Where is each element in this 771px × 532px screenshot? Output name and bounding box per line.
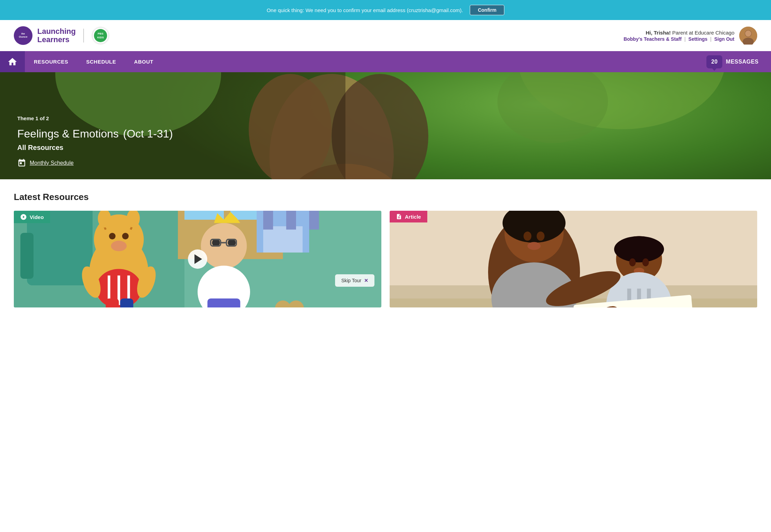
header: the Ounce Launching Learners PBS KIDS Hi… bbox=[0, 20, 771, 51]
brand-name: Launching Learners bbox=[37, 27, 76, 44]
nav-resources[interactable]: RESOURCES bbox=[25, 51, 77, 72]
video-play-button[interactable] bbox=[188, 249, 207, 269]
svg-rect-56 bbox=[286, 211, 296, 230]
article-badge: Article bbox=[390, 211, 427, 222]
svg-point-70 bbox=[629, 258, 636, 266]
svg-rect-57 bbox=[309, 211, 319, 230]
avatar bbox=[739, 27, 757, 45]
messages-button[interactable]: 20 MESSAGES bbox=[706, 55, 759, 68]
svg-point-65 bbox=[537, 231, 545, 241]
nav-about[interactable]: ABOUT bbox=[125, 51, 162, 72]
logo-area: the Ounce Launching Learners PBS KIDS bbox=[14, 26, 110, 45]
hero-date-range: (Oct 1-31) bbox=[123, 127, 173, 140]
calendar-icon bbox=[17, 159, 26, 168]
nav-items: RESOURCES SCHEDULE ABOUT bbox=[25, 51, 162, 72]
latest-resources-title: Latest Resources bbox=[14, 192, 757, 202]
hero-content: Theme 1 of 2 Feelings & Emotions (Oct 1-… bbox=[0, 105, 771, 179]
skip-tour-button[interactable]: ✕ bbox=[364, 278, 368, 283]
svg-rect-49 bbox=[208, 298, 240, 307]
nav-left: RESOURCES SCHEDULE ABOUT bbox=[0, 51, 162, 72]
svg-point-31 bbox=[111, 241, 127, 251]
svg-rect-55 bbox=[263, 211, 273, 230]
hero-title: Feelings & Emotions (Oct 1-31) bbox=[17, 123, 754, 141]
skip-tour-overlay: Skip Tour ✕ bbox=[335, 274, 374, 287]
ounce-logo: the Ounce bbox=[14, 26, 32, 45]
home-nav-button[interactable] bbox=[0, 51, 25, 72]
svg-rect-23 bbox=[20, 233, 34, 279]
video-card[interactable]: Video bbox=[14, 211, 381, 307]
svg-point-64 bbox=[524, 231, 532, 241]
settings-link[interactable]: Settings bbox=[688, 36, 707, 42]
svg-point-69 bbox=[614, 236, 664, 263]
video-badge-label: Video bbox=[30, 214, 44, 220]
nav-bar: RESOURCES SCHEDULE ABOUT 20 MESSAGES bbox=[0, 51, 771, 72]
message-count-bubble: 20 bbox=[706, 55, 722, 68]
link-separator-1: | bbox=[684, 36, 686, 42]
svg-point-71 bbox=[642, 258, 649, 266]
svg-point-42 bbox=[201, 223, 247, 269]
nav-schedule[interactable]: SCHEDULE bbox=[77, 51, 125, 72]
svg-point-4 bbox=[94, 29, 107, 42]
user-greeting: Hi, Trisha! Parent at Educare Chicago Bo… bbox=[624, 30, 734, 42]
svg-text:KIDS: KIDS bbox=[97, 36, 104, 39]
hero-subtitle: All Resources bbox=[17, 144, 754, 152]
link-separator-2: | bbox=[710, 36, 712, 42]
messages-label: MESSAGES bbox=[726, 59, 759, 65]
svg-point-30 bbox=[122, 233, 129, 239]
hero-title-text: Feelings & Emotions bbox=[17, 127, 118, 140]
greeting-text: Hi, Trisha! Parent at Educare Chicago bbox=[624, 30, 734, 36]
monthly-schedule-text: Monthly Schedule bbox=[30, 160, 74, 166]
monthly-schedule-link[interactable]: Monthly Schedule bbox=[17, 159, 74, 168]
hero-banner: Theme 1 of 2 Feelings & Emotions (Oct 1-… bbox=[0, 72, 771, 179]
message-count: 20 bbox=[711, 59, 718, 65]
nav-right: 20 MESSAGES bbox=[706, 51, 771, 72]
notification-message: One quick thing: We need you to confirm … bbox=[267, 7, 463, 13]
user-links: Bobby's Teachers & Staff | Settings | Si… bbox=[624, 36, 734, 42]
cards-grid: Video bbox=[14, 211, 757, 307]
user-name: Hi, Trisha! bbox=[646, 30, 671, 36]
hero-theme-label: Theme 1 of 2 bbox=[17, 115, 754, 121]
logo-divider bbox=[83, 29, 84, 42]
user-area: Hi, Trisha! Parent at Educare Chicago Bo… bbox=[624, 27, 757, 45]
teachers-staff-link[interactable]: Bobby's Teachers & Staff bbox=[624, 36, 682, 42]
svg-point-10 bbox=[745, 30, 751, 37]
notification-bar: One quick thing: We need you to confirm … bbox=[0, 0, 771, 20]
skip-tour-text: Skip Tour bbox=[341, 278, 361, 283]
svg-point-29 bbox=[109, 233, 116, 239]
svg-rect-41 bbox=[120, 298, 133, 307]
svg-text:Ounce: Ounce bbox=[19, 35, 28, 38]
confirm-button[interactable]: Confirm bbox=[470, 5, 504, 15]
svg-rect-40 bbox=[106, 298, 119, 307]
svg-text:PBS: PBS bbox=[98, 32, 104, 35]
svg-text:the: the bbox=[21, 32, 25, 35]
article-badge-label: Article bbox=[405, 214, 421, 220]
svg-point-66 bbox=[527, 242, 541, 250]
svg-rect-54 bbox=[263, 226, 303, 253]
pbs-logo: PBS KIDS bbox=[92, 27, 110, 45]
article-card[interactable]: Article bbox=[390, 211, 757, 307]
video-badge: Video bbox=[14, 211, 50, 223]
sign-out-link[interactable]: Sign Out bbox=[714, 36, 734, 42]
main-content: Latest Resources Video bbox=[0, 179, 771, 320]
user-role: Parent at Educare Chicago bbox=[672, 30, 734, 36]
